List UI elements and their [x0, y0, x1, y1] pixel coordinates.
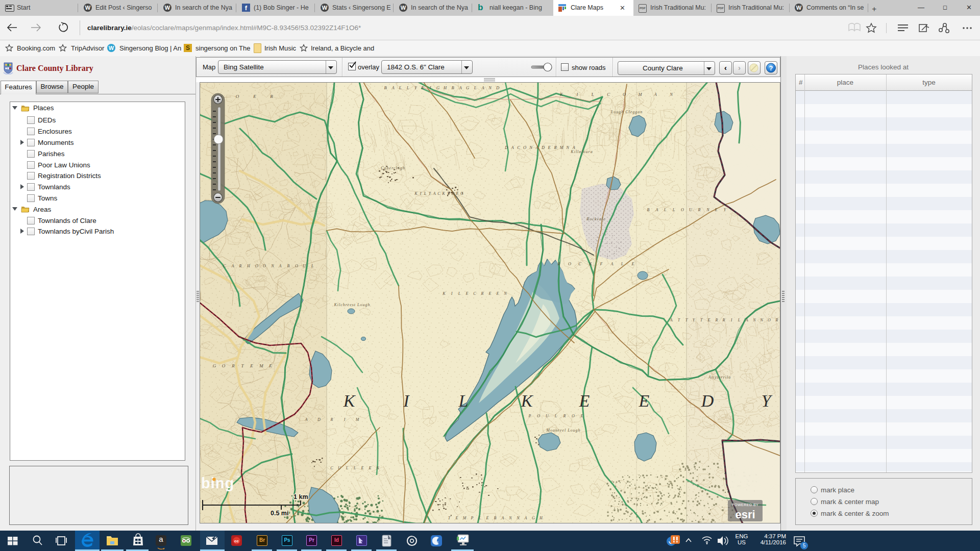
svg-text:Y: Y: [762, 391, 773, 410]
svg-text:C: C: [330, 466, 333, 470]
svg-text:A: A: [231, 264, 234, 268]
svg-text:A: A: [433, 191, 436, 196]
svg-text:N: N: [760, 318, 763, 322]
svg-text:M: M: [638, 92, 642, 97]
svg-text:L: L: [664, 208, 667, 212]
svg-text:C: C: [223, 264, 226, 268]
svg-text:A: A: [458, 85, 462, 90]
svg-text:D: D: [701, 391, 714, 410]
svg-text:O: O: [236, 94, 239, 99]
svg-text:R: R: [553, 145, 557, 150]
svg-text:M: M: [559, 145, 564, 150]
svg-text:A: A: [670, 318, 673, 322]
svg-text:Kilchreest Lough: Kilchreest Lough: [333, 303, 370, 307]
svg-text:K: K: [414, 191, 418, 196]
svg-text:R: R: [557, 262, 560, 266]
svg-text:A: A: [535, 145, 538, 150]
svg-text:C: C: [517, 145, 520, 150]
svg-text:E: E: [488, 291, 492, 296]
svg-text:K: K: [521, 391, 534, 410]
svg-text:O: O: [523, 145, 526, 150]
svg-text:E: E: [421, 85, 424, 90]
svg-text:M: M: [462, 516, 467, 520]
svg-text:E: E: [631, 262, 634, 266]
svg-text:L: L: [346, 466, 349, 470]
svg-text:F: F: [600, 262, 603, 266]
svg-text:R: R: [698, 208, 701, 212]
svg-text:T: T: [685, 318, 688, 322]
svg-text:L: L: [406, 85, 409, 90]
svg-text:E: E: [715, 208, 718, 212]
svg-text:P: P: [471, 516, 474, 520]
svg-text:O: O: [768, 318, 771, 322]
svg-text:Lough Cleggan: Lough Cleggan: [610, 110, 643, 114]
svg-text:H: H: [443, 85, 447, 90]
svg-text:L: L: [621, 262, 624, 266]
svg-text:N: N: [271, 264, 274, 268]
svg-text:O: O: [255, 264, 258, 268]
svg-text:L: L: [399, 85, 402, 90]
svg-text:G: G: [213, 363, 216, 368]
svg-text:A: A: [655, 208, 658, 212]
svg-text:N: N: [516, 516, 520, 520]
svg-text:K: K: [589, 262, 592, 266]
svg-text:K: K: [442, 191, 445, 196]
svg-text:E: E: [496, 291, 499, 296]
svg-text:E: E: [455, 516, 458, 520]
svg-text:E: E: [465, 291, 469, 296]
svg-text:E: E: [253, 94, 256, 99]
svg-text:™: ™: [236, 475, 240, 480]
svg-text:1 km: 1 km: [293, 493, 308, 500]
svg-text:E: E: [361, 466, 364, 470]
svg-text:B: B: [647, 208, 650, 212]
svg-text:G: G: [466, 85, 469, 90]
svg-text:?: ?: [769, 64, 773, 72]
svg-text:bing: bing: [201, 475, 234, 491]
svg-text:E: E: [486, 516, 489, 520]
svg-text:s: s: [437, 540, 438, 543]
svg-text:C: C: [437, 191, 440, 196]
svg-text:R: R: [775, 318, 778, 322]
svg-text:R: R: [481, 291, 484, 296]
svg-text:K: K: [343, 391, 356, 410]
svg-text:L: L: [424, 191, 427, 196]
svg-text:A: A: [524, 516, 527, 520]
svg-text:B: B: [451, 85, 454, 90]
svg-text:O: O: [537, 414, 540, 418]
svg-text:T: T: [429, 191, 431, 196]
svg-text:L: L: [353, 466, 356, 470]
svg-text:R: R: [231, 363, 235, 368]
svg-text:C: C: [607, 92, 610, 97]
svg-text:L: L: [474, 85, 477, 90]
svg-text:L: L: [738, 318, 741, 322]
svg-text:B: B: [494, 516, 497, 520]
svg-text:E: E: [456, 191, 459, 196]
svg-text:cc: cc: [234, 539, 239, 543]
svg-text:Moanreel Lough: Moanreel Lough: [546, 428, 580, 433]
svg-text:R: R: [270, 94, 273, 99]
svg-text:E: E: [250, 363, 253, 368]
svg-text:B: B: [287, 264, 290, 268]
svg-text:O: O: [263, 264, 266, 268]
svg-text:0.5 mi: 0.5 mi: [271, 510, 288, 517]
svg-text:R: R: [715, 318, 718, 322]
svg-text:Rockvale: Rockvale: [586, 217, 605, 221]
svg-text:POWERED BY: POWERED BY: [732, 503, 758, 507]
svg-text:N: N: [752, 318, 756, 322]
svg-text:E: E: [580, 414, 583, 418]
svg-text:A: A: [279, 264, 282, 268]
svg-text:N: N: [503, 291, 507, 296]
svg-text:O: O: [572, 414, 575, 418]
svg-text:K: K: [442, 291, 446, 296]
svg-text:R: R: [330, 417, 333, 422]
svg-text:M: M: [259, 363, 263, 368]
svg-text:L: L: [311, 264, 314, 268]
svg-text:P: P: [528, 414, 531, 418]
svg-text:Attyterrila: Attyterrila: [708, 375, 731, 380]
svg-text:O: O: [295, 264, 298, 268]
svg-text:R: R: [239, 264, 242, 268]
svg-text:A: A: [305, 417, 308, 422]
svg-text:C: C: [473, 291, 476, 296]
svg-text:T: T: [447, 191, 450, 196]
svg-text:Killaloura: Killaloura: [570, 149, 593, 154]
